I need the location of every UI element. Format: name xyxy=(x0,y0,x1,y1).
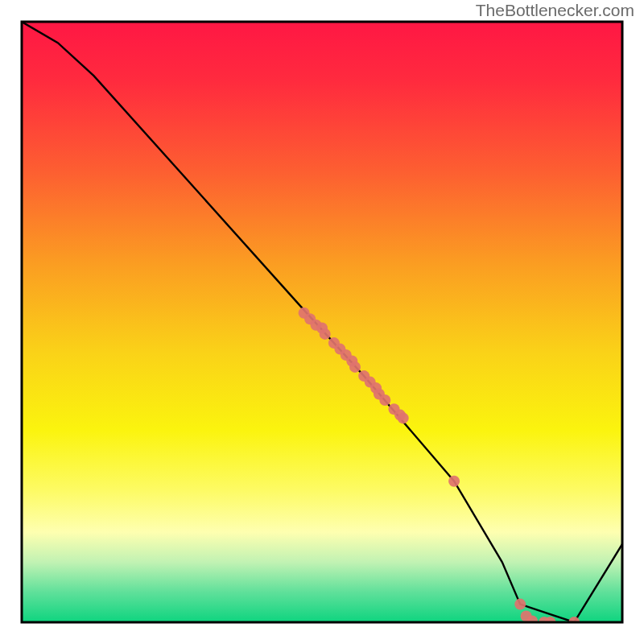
attribution-label: TheBottlenecker.com xyxy=(476,1,634,20)
data-point xyxy=(398,412,409,423)
plot-background xyxy=(22,22,622,622)
chart-container: TheBottlenecker.com xyxy=(0,0,644,644)
data-point xyxy=(514,599,526,610)
data-point xyxy=(320,328,331,340)
data-point xyxy=(448,476,460,487)
data-point xyxy=(379,394,390,406)
data-point xyxy=(349,361,361,373)
chart-svg xyxy=(0,0,644,644)
